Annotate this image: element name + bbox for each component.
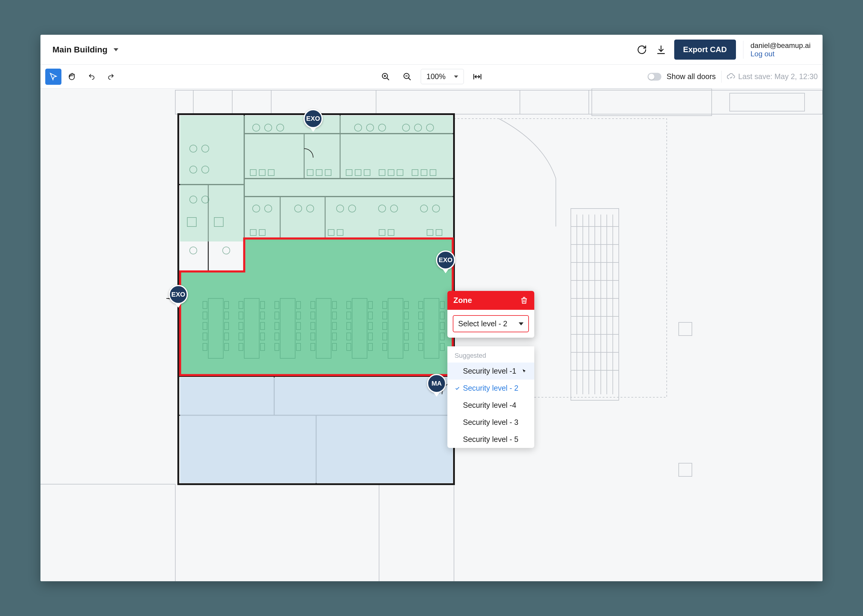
- floorplan-svg: [41, 89, 822, 581]
- dropdown-section-label: Suggested: [447, 346, 534, 363]
- option-label: Security level - 2: [463, 384, 519, 393]
- undo-button[interactable]: [83, 69, 100, 85]
- tag-pointer: [310, 127, 316, 132]
- header-right: Export CAD daniel@beamup.ai Log out: [636, 39, 811, 60]
- tag-exo-2[interactable]: EXO: [436, 250, 455, 270]
- zone-popup: Zone Select level - 2 Suggested Security…: [447, 291, 534, 338]
- option-label: Security level -4: [463, 401, 516, 410]
- fit-width-icon: [473, 72, 482, 82]
- refresh-icon: [637, 45, 647, 55]
- level-select[interactable]: Select level - 2: [453, 315, 529, 332]
- level-dropdown: Suggested Security level -1 Security lev…: [447, 346, 534, 448]
- redo-button[interactable]: [103, 69, 119, 85]
- svg-point-100: [223, 247, 230, 254]
- zone-popup-title: Zone: [453, 296, 472, 305]
- zone-light-green: [180, 116, 453, 242]
- zone-popup-header: Zone: [447, 291, 534, 310]
- zoom-out-icon: [403, 72, 412, 81]
- tag-ma[interactable]: MA: [427, 374, 446, 393]
- zone-popup-body: Select level - 2: [447, 310, 534, 338]
- last-save-text: Last save: May 2, 12:30: [738, 72, 818, 81]
- zoom-in-icon: [381, 72, 390, 81]
- download-button[interactable]: [655, 44, 667, 56]
- tag-pointer: [175, 303, 181, 308]
- cursor-icon: [49, 72, 58, 81]
- building-selector[interactable]: Main Building: [52, 45, 118, 55]
- chevron-down-icon: [454, 75, 458, 78]
- user-block: daniel@beamup.ai Log out: [751, 41, 811, 58]
- cloud-check-icon: [727, 72, 735, 81]
- trash-icon[interactable]: [520, 296, 528, 305]
- chevron-down-icon: [113, 48, 118, 51]
- select-tool[interactable]: [45, 69, 61, 85]
- svg-rect-48: [180, 377, 453, 483]
- zoom-level-select[interactable]: 100%: [421, 69, 464, 84]
- chevron-down-icon: [519, 322, 523, 325]
- redo-icon: [106, 73, 115, 80]
- option-label: Security level -1: [463, 367, 516, 376]
- app-header: Main Building Export CAD daniel@beamup.a…: [41, 35, 822, 65]
- export-cad-button[interactable]: Export CAD: [674, 39, 736, 60]
- download-icon: [656, 45, 666, 55]
- toolbar-right: Show all doors Last save: May 2, 12:30: [648, 71, 818, 83]
- show-doors-toggle[interactable]: [648, 73, 661, 80]
- user-email: daniel@beamup.ai: [751, 41, 811, 50]
- dropdown-option-1[interactable]: Security level -1: [447, 363, 534, 380]
- tag-pointer: [443, 269, 449, 273]
- mouse-cursor-icon: [522, 369, 527, 374]
- svg-rect-9: [592, 89, 712, 116]
- toggle-knob: [648, 74, 654, 80]
- pan-tool[interactable]: [64, 69, 80, 85]
- divider: [743, 41, 744, 59]
- divider: [721, 71, 722, 83]
- option-label: Security level - 3: [463, 418, 519, 427]
- svg-point-99: [190, 247, 197, 254]
- svg-rect-10: [729, 93, 805, 111]
- tag-exo-3[interactable]: EXO: [169, 285, 188, 304]
- tag-pointer: [434, 393, 440, 397]
- zoom-in-button[interactable]: [377, 69, 394, 85]
- dropdown-option-5[interactable]: Security level - 5: [447, 431, 534, 448]
- dropdown-option-4[interactable]: Security level - 3: [447, 414, 534, 431]
- option-label: Security level - 5: [463, 435, 519, 444]
- check-icon: [454, 386, 460, 391]
- floorplan-canvas[interactable]: EXO EXO EXO MA Zone Select level - 2: [41, 89, 822, 581]
- svg-rect-2: [175, 90, 822, 114]
- svg-rect-47: [180, 116, 453, 242]
- undo-icon: [87, 73, 96, 80]
- toolbar: 100% Show all doors Last save: May 2, 1: [41, 65, 822, 89]
- level-select-label: Select level - 2: [458, 319, 507, 328]
- show-doors-label: Show all doors: [667, 72, 716, 81]
- app-window: Main Building Export CAD daniel@beamup.a…: [41, 35, 822, 581]
- refresh-button[interactable]: [636, 44, 648, 56]
- last-save: Last save: May 2, 12:30: [727, 72, 818, 81]
- dropdown-option-3[interactable]: Security level -4: [447, 397, 534, 414]
- building-name: Main Building: [52, 45, 108, 55]
- svg-rect-28: [679, 322, 692, 336]
- logout-link[interactable]: Log out: [751, 50, 775, 58]
- fit-width-button[interactable]: [469, 69, 486, 85]
- zoom-value: 100%: [426, 72, 446, 81]
- toolbar-center: 100%: [377, 69, 486, 85]
- tag-exo-1[interactable]: EXO: [303, 109, 323, 128]
- zoom-out-button[interactable]: [399, 69, 415, 85]
- hand-icon: [68, 72, 77, 81]
- svg-rect-29: [679, 463, 692, 476]
- zone-blue: [180, 377, 453, 483]
- dropdown-option-2[interactable]: Security level - 2: [447, 380, 534, 397]
